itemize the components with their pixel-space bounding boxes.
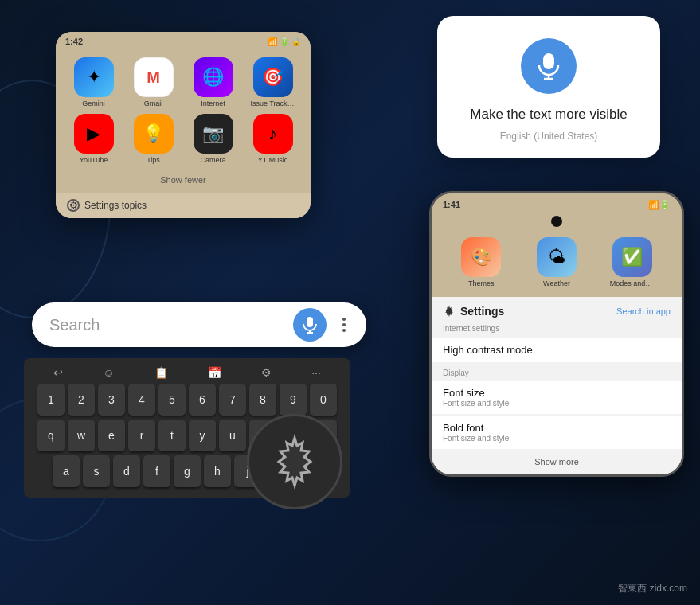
key-a[interactable]: a [53, 455, 80, 487]
key-q[interactable]: q [37, 420, 65, 451]
show-more-button[interactable]: Show more [432, 451, 682, 474]
show-fewer-button[interactable]: Show fewer [56, 170, 311, 193]
dot2 [342, 323, 346, 326]
key-h[interactable]: h [204, 455, 231, 487]
more-options-button[interactable] [333, 314, 355, 336]
phone-right-statusbar: 1:41 📶🔋 [432, 193, 682, 213]
high-contrast-title: High contrast mode [443, 344, 671, 356]
key-g[interactable]: g [174, 455, 201, 487]
key-6[interactable]: 6 [189, 384, 216, 416]
app-weather[interactable]: 🌤 Weather [523, 237, 591, 287]
key-t[interactable]: t [158, 420, 186, 451]
kb-icon-emoji[interactable]: ☺ [103, 366, 114, 379]
internet-label: Internet [201, 100, 225, 107]
svg-rect-0 [307, 317, 313, 327]
kb-icon-arrow[interactable]: ↩ [53, 366, 63, 379]
kb-icon-clipboard[interactable]: 📋 [154, 366, 168, 379]
key-9[interactable]: 9 [280, 384, 307, 416]
gear-icon-large [247, 414, 342, 509]
lock-icon: 🔒 [291, 37, 301, 46]
mic-icon [303, 316, 317, 334]
key-e[interactable]: e [98, 420, 125, 451]
key-u[interactable]: u [219, 420, 246, 451]
font-size-sub: Font size and style [443, 399, 671, 408]
kb-icon-more[interactable]: ··· [311, 366, 321, 379]
bold-font-sub: Font size and style [443, 434, 671, 443]
display-divider: Display [432, 364, 682, 379]
themes-icon: 🎨 [461, 237, 501, 277]
key-1[interactable]: 1 [37, 384, 65, 416]
dot1 [342, 318, 346, 321]
key-r[interactable]: r [128, 420, 155, 451]
mic-button[interactable] [293, 308, 327, 342]
phone-topleft-statusbar: 1:42 📶 🔋 🔒 [56, 32, 311, 49]
settings-topics-bar: ⚙ Settings topics [56, 193, 311, 218]
app-gemini[interactable]: ✦ Gemini [67, 57, 120, 107]
app-camera[interactable]: 📷 Camera [186, 114, 240, 164]
app-issue-tracker[interactable]: 🎯 Issue Tracker S. [246, 57, 299, 107]
bold-font-title: Bold font [443, 422, 671, 434]
font-size-title: Font size [443, 387, 671, 399]
ytmusic-icon: ♪ [253, 114, 293, 154]
key-4[interactable]: 4 [128, 384, 155, 416]
settings-title: Settings [460, 305, 504, 318]
gear-circle [247, 414, 342, 509]
app-tips[interactable]: 💡 Tips [127, 114, 180, 164]
key-w[interactable]: w [68, 420, 95, 451]
key-y[interactable]: y [189, 420, 216, 451]
settings-section: Settings Search in app Internet settings… [432, 297, 682, 474]
search-bar[interactable]: Search [32, 302, 366, 347]
key-d[interactable]: d [113, 455, 140, 487]
ytmusic-label: YT Music [258, 156, 287, 164]
search-placeholder: Search [49, 316, 287, 334]
app-gmail[interactable]: M Gmail [127, 57, 180, 107]
gemini-icon: ✦ [74, 57, 114, 97]
tips-icon: 💡 [134, 114, 174, 154]
app-modes[interactable]: ✅ Modes and Rou... [598, 237, 666, 287]
key-s[interactable]: s [83, 455, 110, 487]
keyboard-row-numbers: 1 2 3 4 5 6 7 8 9 0 [27, 384, 347, 416]
key-f[interactable]: f [143, 455, 170, 487]
voice-title: Make the text more visible [456, 107, 641, 123]
settings-title-row: Settings [443, 305, 504, 318]
voice-mic-button[interactable] [521, 38, 577, 94]
battery-icon: 🔋 [280, 37, 289, 46]
voice-card: Make the text more visible English (Unit… [437, 16, 660, 158]
modes-icon: ✅ [612, 237, 652, 277]
kb-icon-settings[interactable]: ⚙ [261, 366, 272, 379]
key-0[interactable]: 0 [310, 384, 337, 416]
key-7[interactable]: 7 [219, 384, 246, 416]
gemini-label: Gemini [82, 100, 105, 107]
gmail-label: Gmail [144, 100, 163, 107]
key-8[interactable]: 8 [249, 384, 276, 416]
app-themes[interactable]: 🎨 Themes [448, 237, 515, 287]
keyboard-toolbar: ↩ ☺ 📋 📅 ⚙ ··· [27, 365, 347, 384]
camera-cutout-area [432, 213, 682, 229]
high-contrast-item[interactable]: High contrast mode [432, 338, 682, 362]
phone-right-apps: 🎨 Themes 🌤 Weather ✅ Modes and Rou... [432, 229, 682, 297]
camera-label: Camera [200, 156, 225, 164]
phone-card-right: 1:41 📶🔋 🎨 Themes 🌤 Weather ✅ Modes and R… [429, 191, 684, 477]
watermark: 智東西 zidx.com [618, 582, 687, 595]
app-youtube[interactable]: ▶ YouTube [67, 114, 120, 164]
app-ytmusic[interactable]: ♪ YT Music [246, 114, 299, 164]
settings-icon [443, 305, 456, 318]
key-5[interactable]: 5 [158, 384, 186, 416]
weather-icon: 🌤 [537, 237, 577, 277]
key-2[interactable]: 2 [68, 384, 95, 416]
statusbar-time: 1:42 [65, 37, 83, 46]
font-size-item[interactable]: Font size Font size and style [432, 381, 682, 414]
issue-tracker-label: Issue Tracker S. [251, 100, 295, 107]
app-internet[interactable]: 🌐 Internet [186, 57, 240, 107]
youtube-icon: ▶ [74, 114, 114, 154]
issue-tracker-icon: 🎯 [253, 57, 293, 97]
modes-label: Modes and Rou... [610, 279, 655, 287]
bold-font-item[interactable]: Bold font Font size and style [432, 416, 682, 449]
search-in-app-link[interactable]: Search in app [616, 306, 671, 316]
app-grid-row1: ✦ Gemini M Gmail 🌐 Internet 🎯 Issue Trac… [56, 49, 311, 170]
kb-icon-calendar[interactable]: 📅 [208, 366, 221, 379]
weather-label: Weather [543, 279, 570, 287]
youtube-label: YouTube [80, 156, 108, 164]
phone-card-topleft: 1:42 📶 🔋 🔒 ✦ Gemini M Gmail 🌐 Internet 🎯… [56, 32, 311, 218]
key-3[interactable]: 3 [98, 384, 125, 416]
